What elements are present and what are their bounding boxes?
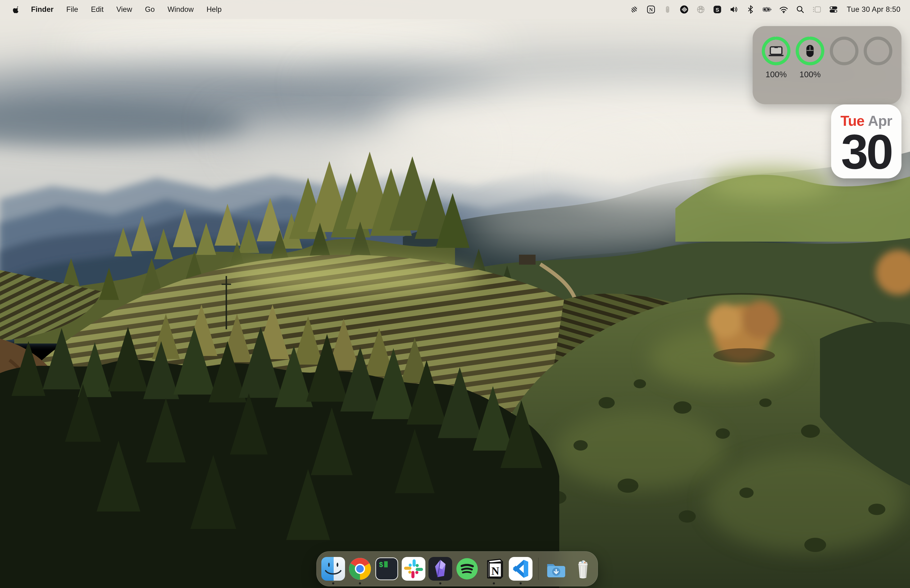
downloads-folder-icon	[544, 557, 568, 581]
macos-desktop: Finder File Edit View Go Window Help N	[0, 0, 910, 588]
dock-item-terminal[interactable]: $	[375, 557, 399, 581]
mouse-icon	[807, 45, 813, 57]
empty-battery-ring	[863, 36, 893, 66]
notion-icon: N	[482, 557, 506, 581]
calendar-widget[interactable]: Tue Apr 30	[831, 105, 902, 178]
menu-view[interactable]: View	[110, 5, 139, 14]
vscode-icon	[509, 557, 532, 581]
control-center-icon[interactable]	[829, 4, 838, 15]
chrome-icon	[348, 557, 372, 581]
battery-icon[interactable]	[762, 4, 772, 15]
battery-slot-empty-1	[829, 36, 859, 79]
audio-waveform-icon[interactable]	[679, 4, 689, 15]
menu-edit[interactable]: Edit	[85, 5, 110, 14]
dock-item-notion[interactable]: N	[482, 557, 506, 581]
dock-item-spotify[interactable]	[455, 557, 479, 581]
menu-bar: Finder File Edit View Go Window Help N	[0, 0, 910, 19]
calendar-day: 30	[841, 129, 892, 174]
terminal-icon: $	[375, 557, 399, 581]
dock-item-slack[interactable]	[402, 557, 425, 581]
bluetooth-icon[interactable]	[746, 4, 755, 15]
running-indicator	[332, 582, 335, 585]
obsidian-icon	[428, 557, 452, 581]
dock-item-vscode[interactable]	[509, 557, 532, 581]
running-indicator	[493, 582, 495, 585]
battery-slot-laptop: 100%	[761, 36, 791, 79]
device-capsule-icon[interactable]	[663, 4, 672, 15]
menu-bar-status-area: N S	[630, 4, 900, 15]
svg-text:N: N	[491, 565, 499, 577]
dock-item-finder[interactable]	[321, 557, 345, 581]
menu-file[interactable]: File	[60, 5, 85, 14]
globe-icon[interactable]	[696, 4, 705, 15]
dock-separator	[538, 558, 539, 580]
menu-bar-clock[interactable]: Tue 30 Apr 8:50	[847, 5, 900, 14]
menu-window[interactable]: Window	[161, 5, 200, 14]
laptop-icon	[769, 47, 784, 57]
running-indicator	[520, 582, 522, 585]
dock-item-obsidian[interactable]	[428, 557, 452, 581]
apple-menu-icon[interactable]	[12, 6, 19, 13]
svg-text:S: S	[716, 7, 719, 13]
stage-manager-icon[interactable]	[812, 4, 822, 15]
laptop-battery-percent: 100%	[765, 69, 787, 79]
notion-menu-icon[interactable]: N	[646, 4, 656, 15]
svg-text:N: N	[649, 6, 653, 13]
trash-full-icon	[571, 557, 595, 581]
running-indicator	[359, 582, 361, 585]
mouse-battery-ring	[795, 36, 825, 66]
s-app-icon[interactable]: S	[713, 4, 722, 15]
menu-app-name[interactable]: Finder	[25, 5, 60, 14]
spotlight-icon[interactable]	[795, 4, 805, 15]
finder-icon	[321, 557, 345, 581]
laptop-battery-ring	[761, 36, 791, 66]
battery-slot-empty-2	[863, 36, 893, 79]
dock-item-downloads[interactable]	[544, 557, 568, 581]
dock-item-chrome[interactable]	[348, 557, 372, 581]
slack-icon	[402, 557, 425, 581]
running-indicator	[440, 582, 441, 585]
batteries-widget[interactable]: 100% 100%	[753, 26, 902, 104]
striped-app-icon[interactable]	[630, 4, 639, 15]
battery-slot-mouse: 100%	[795, 36, 825, 79]
empty-battery-ring	[829, 36, 859, 66]
spotify-icon	[455, 557, 479, 581]
wifi-icon[interactable]	[779, 4, 789, 15]
volume-icon[interactable]	[729, 4, 739, 15]
dock-item-trash[interactable]	[571, 557, 595, 581]
menu-go[interactable]: Go	[139, 5, 161, 14]
svg-text:$: $	[379, 561, 383, 569]
menu-help[interactable]: Help	[200, 5, 228, 14]
dock: $	[316, 551, 598, 586]
mouse-battery-percent: 100%	[800, 69, 821, 79]
